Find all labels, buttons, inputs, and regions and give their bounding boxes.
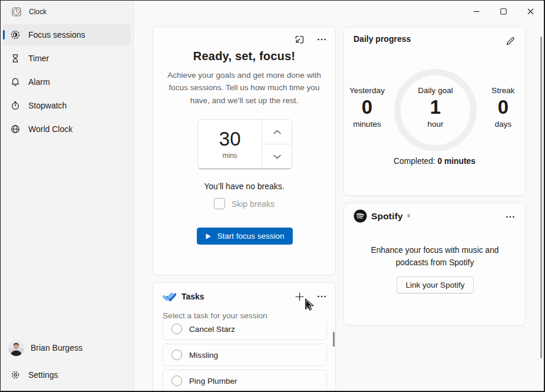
user-profile-item[interactable]: Brian Burgess — [3, 337, 131, 359]
spotify-logo-icon — [354, 209, 367, 223]
sidebar-item-label: Timer — [28, 54, 49, 63]
play-icon — [205, 233, 212, 240]
sidebar-item-stopwatch[interactable]: Stopwatch — [3, 95, 131, 116]
gear-icon — [11, 370, 20, 380]
focus-card-more-button[interactable] — [315, 33, 328, 46]
task-row-cancel-starz[interactable]: Cancel Starz — [163, 321, 327, 340]
task-radio[interactable] — [171, 375, 182, 386]
streak-unit: days — [474, 120, 533, 129]
spotify-brand-text: Spotify — [371, 211, 403, 222]
task-radio[interactable] — [171, 324, 182, 334]
plus-icon — [295, 292, 304, 301]
task-row-ping-plumber[interactable]: Ping Plumber — [163, 370, 327, 392]
yesterday-stat: Yesterday 0 minutes — [338, 86, 397, 129]
edit-goal-button[interactable] — [504, 34, 517, 47]
duration-unit: mins — [222, 151, 237, 160]
streak-stat: Streak 0 days — [474, 86, 533, 129]
daily-goal-unit: hour — [406, 120, 465, 129]
spotify-description: Enhance your focus with music and podcas… — [361, 245, 508, 269]
sidebar-nav: Focus sessions Timer Alarm — [3, 24, 131, 140]
close-button[interactable] — [517, 1, 544, 22]
popout-button[interactable] — [293, 33, 306, 46]
focus-card-description: Achieve your goals and get more done wit… — [158, 69, 331, 107]
completed-value: 0 minutes — [438, 157, 475, 166]
completed-summary: Completed: 0 minutes — [344, 157, 525, 166]
daily-goal-value: 1 — [406, 96, 465, 118]
selected-indicator — [3, 30, 5, 39]
streak-label: Streak — [474, 86, 533, 95]
yesterday-unit: minutes — [338, 120, 397, 129]
sidebar-item-label: Alarm — [28, 77, 50, 87]
skip-breaks-row: Skip breaks — [153, 198, 335, 209]
sidebar-item-settings[interactable]: Settings — [3, 364, 131, 386]
minimize-icon — [473, 8, 480, 15]
task-label: Missling — [189, 351, 218, 360]
duration-value-area[interactable]: 30 mins — [198, 120, 262, 169]
increase-duration-button[interactable] — [262, 120, 292, 144]
maximize-button[interactable] — [490, 1, 517, 22]
daily-progress-card: Daily progress Yesterday 0 minutes Daily… — [343, 27, 526, 196]
app-title-row: Clock — [1, 1, 133, 23]
sidebar-item-world-clock[interactable]: World Clock — [3, 118, 131, 140]
focus-sessions-icon — [11, 30, 20, 39]
sidebar-item-timer[interactable]: Timer — [3, 48, 131, 69]
task-row-missling[interactable]: Missling — [163, 344, 327, 366]
sidebar-item-focus-sessions[interactable]: Focus sessions — [3, 24, 131, 45]
sidebar-item-alarm[interactable]: Alarm — [3, 71, 131, 93]
clock-app-icon — [12, 7, 21, 17]
chevron-up-icon — [273, 130, 281, 134]
popout-icon — [294, 34, 305, 45]
focus-card-title: Ready, set, focus! — [153, 50, 335, 63]
decrease-duration-button[interactable] — [262, 144, 292, 169]
sidebar: Clock Focus sessions Timer — [1, 1, 134, 391]
task-list-viewport: Cancel Starz Missling Ping Plumber — [163, 321, 327, 392]
todo-logo-icon — [163, 289, 176, 303]
avatar — [8, 340, 24, 356]
ellipsis-icon — [506, 212, 515, 222]
skip-breaks-checkbox[interactable] — [214, 198, 225, 209]
task-label: Cancel Starz — [189, 325, 235, 334]
daily-goal-label: Daily goal — [406, 86, 465, 95]
chevron-down-icon — [273, 154, 281, 159]
daily-progress-title: Daily progress — [354, 34, 411, 44]
link-spotify-button[interactable]: Link your Spotify — [397, 276, 474, 294]
tasks-card-title: Tasks — [181, 292, 204, 301]
globe-icon — [11, 124, 20, 134]
bell-icon — [11, 77, 20, 87]
task-list-scrollbar[interactable] — [333, 332, 335, 347]
task-radio[interactable] — [171, 350, 182, 360]
duration-value: 30 — [219, 129, 241, 150]
tasks-subtitle: Select a task for your session — [163, 311, 267, 320]
clock-app-window: Clock Focus sessions Timer — [0, 0, 545, 392]
spotify-registered-mark: ® — [407, 214, 410, 218]
spotify-card-more-button[interactable] — [504, 210, 517, 223]
start-button-label: Start focus session — [217, 232, 284, 241]
ellipsis-icon — [317, 35, 326, 44]
sidebar-bottom: Brian Burgess Settings — [3, 337, 131, 386]
add-task-button[interactable] — [293, 290, 306, 303]
sidebar-item-label: World Clock — [28, 124, 72, 134]
link-spotify-label: Link your Spotify — [406, 281, 465, 289]
app-title: Clock — [29, 8, 47, 16]
breaks-note: You’ll have no breaks. — [153, 182, 335, 191]
duration-stepper: 30 mins — [197, 119, 292, 169]
tasks-card-more-button[interactable] — [315, 290, 328, 303]
main-scrollbar[interactable] — [540, 37, 542, 358]
sidebar-item-label: Focus sessions — [28, 30, 85, 39]
daily-goal-stat: Daily goal 1 hour — [406, 86, 465, 129]
maximize-icon — [500, 8, 507, 15]
skip-breaks-label: Skip breaks — [232, 199, 275, 209]
task-label: Ping Plumber — [189, 377, 237, 386]
completed-label: Completed: — [394, 157, 435, 166]
close-icon — [527, 8, 534, 15]
window-controls — [463, 1, 544, 22]
mouse-cursor — [305, 298, 315, 312]
minimize-button[interactable] — [463, 1, 490, 22]
spotify-card: Spotify ® Enhance your focus with music … — [343, 203, 526, 325]
streak-value: 0 — [474, 96, 533, 118]
ellipsis-icon — [317, 292, 326, 301]
focus-session-card: Ready, set, focus! Achieve your goals an… — [153, 27, 336, 275]
start-focus-session-button[interactable]: Start focus session — [197, 228, 293, 245]
hourglass-icon — [11, 54, 20, 63]
user-name: Brian Burgess — [31, 343, 82, 353]
